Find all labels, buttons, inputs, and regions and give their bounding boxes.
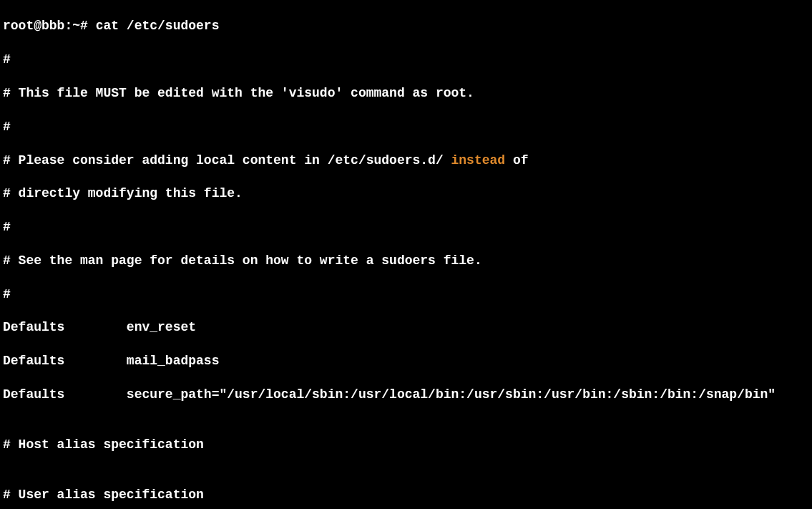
file-line: # See the man page for details on how to… [3, 253, 809, 269]
file-line: # This file MUST be edited with the 'vis… [3, 85, 809, 102]
file-line: # directly modifying this file. [3, 185, 809, 202]
shell-prompt: root@bbb:~# [3, 19, 96, 33]
file-line: # Please consider adding local content i… [3, 152, 809, 169]
shell-command: cat /etc/sudoers [96, 19, 220, 33]
file-line: Defaults secure_path="/usr/local/sbin:/u… [3, 387, 809, 403]
file-line: # [3, 119, 809, 135]
file-line: Defaults mail_badpass [3, 353, 809, 369]
file-line: # User alias specification [3, 487, 809, 503]
highlighted-text: instead [451, 153, 506, 168]
file-line: # [3, 219, 809, 236]
file-line: # [3, 52, 809, 68]
file-line: # Host alias specification [3, 437, 809, 453]
file-line: # [3, 286, 809, 303]
file-line: Defaults env_reset [3, 319, 809, 336]
terminal-output[interactable]: root@bbb:~# cat /etc/sudoers # # This fi… [3, 1, 809, 509]
